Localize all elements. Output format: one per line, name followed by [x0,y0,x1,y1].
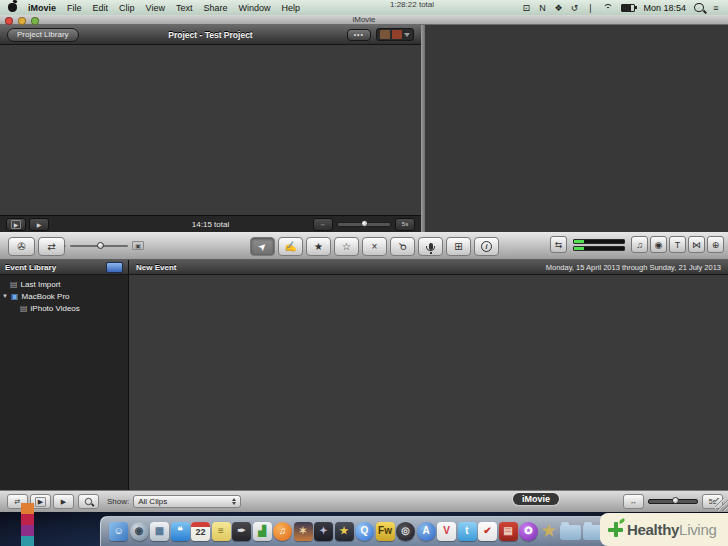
event-library-item[interactable]: ▤Last Import [0,278,128,290]
hand-edit-tool-icon: ✍ [284,241,296,252]
dock-icon-fireworks[interactable]: Fw [376,522,395,541]
dock-icon-quicktime[interactable]: Q [355,522,374,541]
fit-event-button[interactable]: ↔ [623,494,644,509]
select-arrow-tool[interactable]: ➤ [250,237,275,256]
play-button-icon: ▶ [61,498,66,506]
dock-icon-iphoto[interactable]: ✶ [294,522,313,541]
left-tool-group: ✇⇄ [8,237,65,256]
theme-swatch-0[interactable] [380,30,390,39]
photos-browser-button[interactable]: ◉ [650,236,667,253]
project-zoom-slider[interactable] [337,222,391,227]
music-browser-button[interactable]: ♫ [631,236,648,253]
menu-item-file[interactable]: File [67,3,82,13]
viewer-panel [425,25,728,232]
menu-item-window[interactable]: Window [238,3,270,13]
dock-icon-red-book-app[interactable]: ▤ [499,522,518,541]
dock-icon-final-cut[interactable]: ✦ [314,522,333,541]
crop-tool[interactable]: ⊞ [446,237,471,256]
clip-filter-dropdown[interactable]: All Clips [133,495,241,508]
favorite-star-tool[interactable]: ★ [306,237,331,256]
dock-icon-purple-orb-app[interactable]: ✪ [519,522,538,541]
dock-icon-calendar[interactable]: 22 [191,522,210,541]
voiceover-mic-tool[interactable] [418,237,443,256]
event-library-action-button[interactable] [106,262,123,273]
menu-item-clip[interactable]: Clip [119,3,135,13]
slider-knob[interactable] [672,497,679,504]
window-resize-grip[interactable] [715,498,728,511]
swap-toolbar-button[interactable]: ⇆ [550,236,567,253]
dock-icon-itunes[interactable]: ♫ [273,522,292,541]
event-date-range: Monday, 15 April 2013 through Sunday, 21… [546,263,721,272]
dock-icon-twitter[interactable]: t [458,522,477,541]
dock-icon-gold-star-app[interactable]: ★ [540,522,559,541]
dock-icon-charts-app[interactable]: ▟ [253,522,272,541]
time-machine-icon[interactable]: ↺ [570,3,578,13]
thumbnail-size-slider[interactable]: ▫ ▣ [64,241,144,250]
import-from-camera-button[interactable]: ✇ [8,237,35,256]
dock-icon-check-app[interactable]: ✔ [478,522,497,541]
theme-swatch-selector[interactable] [376,28,414,41]
theme-swatch-1[interactable] [392,30,402,39]
hand-edit-tool[interactable]: ✍ [278,237,303,256]
titles-browser-button[interactable]: T [669,236,686,253]
menu-item-text[interactable]: Text [176,3,193,13]
reject-tool[interactable]: × [362,237,387,256]
event-library-item[interactable]: ▼▣MacBook Pro [0,290,128,302]
inspector-info-tool[interactable]: i [474,237,499,256]
event-clips-area[interactable] [128,275,728,490]
keyword-tool[interactable]: ⚲ [390,237,415,256]
window-title-bar[interactable]: iMovie [0,15,728,25]
small-thumb-icon: ▫ [64,243,66,249]
swap-events-projects-button-icon: ⇄ [47,241,55,252]
event-zoom-slider[interactable] [648,499,698,504]
project-menu-button[interactable]: ••• [347,29,371,41]
bluetooth-icon[interactable]: | [586,3,594,13]
dock-icon-folder-documents[interactable] [560,525,581,540]
event-library-item[interactable]: ▤iPhoto Videos [0,302,128,314]
play-fullscreen-button[interactable]: ▶ [6,218,26,231]
slider-knob[interactable] [97,242,104,249]
color-stripe-3 [21,536,34,546]
airplay-display-icon[interactable]: ⊡ [522,3,530,13]
swap-events-projects-button[interactable]: ⇄ [38,237,65,256]
menu-item-help[interactable]: Help [281,3,300,13]
dock-icon-ink-pen-app[interactable]: ✒ [232,522,251,541]
menu-clock[interactable]: Mon 18:54 [643,3,686,13]
dock-icon-finder[interactable]: ☺ [109,522,128,541]
dock-icon-gray-orb-app[interactable]: ◉ [130,522,149,541]
battery-icon[interactable] [621,4,635,12]
spotlight-search-icon[interactable] [694,3,704,12]
unmark-star-tool-icon: ☆ [342,241,351,252]
dock-icon-app-store[interactable]: A [417,522,436,541]
screen: iMovieFileEditClipViewTextShareWindowHel… [0,0,728,546]
dock-icon-imovie[interactable]: ★ [335,522,354,541]
play-button[interactable]: ▶ [53,494,74,509]
fit-project-button[interactable]: ↔ [313,218,333,231]
zoom-thumbnails-button[interactable] [78,494,99,509]
play-button-icon: ▶ [37,221,42,228]
dropbox-icon[interactable]: ❖ [554,3,562,13]
dock-icon-photos-app[interactable]: ▦ [150,522,169,541]
dock-icon-aperture[interactable]: ◎ [396,522,415,541]
maps-browser-button[interactable]: ⊕ [707,236,724,253]
unmark-star-tool[interactable]: ☆ [334,237,359,256]
project-library-button[interactable]: Project Library [7,28,79,42]
audio-meter-left [573,239,625,244]
transitions-browser-button[interactable]: ⋈ [688,236,705,253]
dock-icon-red-v-app[interactable]: V [437,522,456,541]
menu-item-edit[interactable]: Edit [93,3,109,13]
photos-browser-button-icon: ◉ [655,240,663,250]
dock-icon-notes[interactable]: ≡ [212,522,231,541]
menu-item-imovie[interactable]: iMovie [28,3,56,13]
input-menu-icon[interactable]: N [538,3,546,13]
wifi-icon[interactable] [602,4,613,12]
slider-knob[interactable] [361,220,368,227]
project-panel[interactable] [0,45,421,215]
notification-center-icon[interactable]: ≡ [712,3,720,13]
menu-item-view[interactable]: View [146,3,165,13]
disclosure-triangle-icon[interactable]: ▼ [2,293,8,299]
play-button[interactable]: ▶ [29,218,49,231]
dock-icon-messages[interactable]: ❝ [171,522,190,541]
apple-menu-icon[interactable] [8,3,17,12]
menu-item-share[interactable]: Share [203,3,227,13]
